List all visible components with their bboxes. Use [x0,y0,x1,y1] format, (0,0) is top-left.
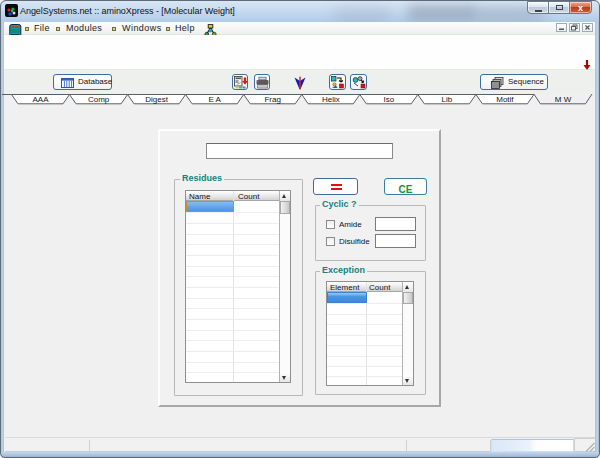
svg-text:Comp: Comp [88,95,110,104]
svg-text:E A: E A [208,95,221,104]
svg-text:M W: M W [555,95,572,104]
svg-text:Motif: Motif [496,95,514,104]
svg-text:Digest: Digest [145,95,168,104]
svg-text:Iso: Iso [383,95,394,104]
svg-text:AAA: AAA [32,95,49,104]
svg-text:Helix: Helix [322,95,340,104]
svg-text:Lib: Lib [442,95,453,104]
svg-text:Frag: Frag [264,95,280,104]
